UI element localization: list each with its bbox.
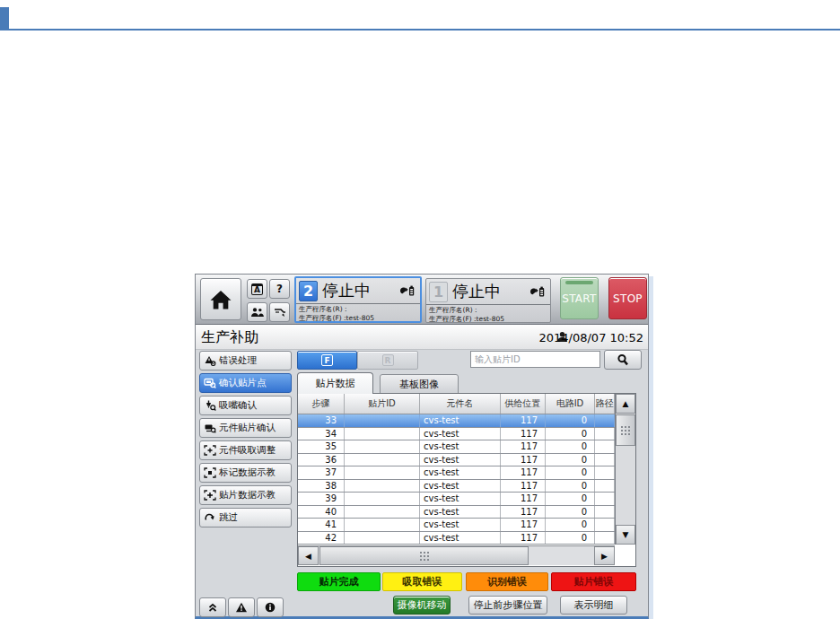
language-button[interactable]: A bbox=[247, 279, 267, 299]
legend-placement-error[interactable]: 贴片错误 bbox=[551, 572, 636, 591]
table-row[interactable]: 34cvs-test1170 bbox=[298, 428, 615, 441]
sidebar-item-component-placement-confirm[interactable]: 元件贴片确认 bbox=[199, 418, 292, 438]
table-row[interactable]: 40cvs-test1170 bbox=[298, 506, 615, 519]
slide-divider-line bbox=[0, 29, 840, 31]
help-icon: ? bbox=[276, 283, 283, 295]
start-button[interactable]: START bbox=[560, 277, 599, 319]
column-header[interactable]: 元件名 bbox=[420, 394, 501, 414]
sidebar-item-component-pickup-adjust[interactable]: 元件吸取调整 bbox=[199, 440, 292, 460]
program-name-f: 生产程序名(F) :test-805 bbox=[429, 315, 547, 323]
legend-recognition-error[interactable]: 识别错误 bbox=[466, 572, 548, 591]
feeder-setup-button[interactable] bbox=[269, 302, 290, 322]
table-cell: cvs-test bbox=[420, 519, 501, 531]
sidebar-item-nozzle-confirm[interactable]: 吸嘴确认 bbox=[199, 396, 292, 415]
machine-number-badge: 1 bbox=[429, 282, 448, 302]
tab-rear[interactable]: R bbox=[357, 351, 418, 370]
table-cell bbox=[595, 532, 615, 545]
operators-button[interactable] bbox=[247, 302, 267, 322]
table-cell: 117 bbox=[501, 493, 546, 505]
table-cell: 117 bbox=[501, 506, 546, 519]
collapse-icon bbox=[207, 602, 218, 613]
vertical-scroll-thumb[interactable] bbox=[616, 414, 635, 446]
home-button[interactable] bbox=[200, 278, 241, 320]
table-cell bbox=[595, 414, 615, 427]
scroll-down-button[interactable]: ▼ bbox=[616, 525, 635, 545]
sidebar-item-skip[interactable]: 跳过 bbox=[199, 508, 292, 527]
tab-placement-data[interactable]: 贴片数据 bbox=[297, 372, 373, 394]
scroll-right-button[interactable]: ▶ bbox=[594, 546, 615, 565]
sidebar-item-label: 元件吸取调整 bbox=[219, 444, 276, 457]
mark-teach-icon bbox=[204, 467, 216, 478]
scroll-left-button[interactable]: ◀ bbox=[298, 546, 319, 565]
machine-ui-panel: A ? 2 停止中 生产程序名(R) : 生产程序 bbox=[195, 274, 649, 619]
table-cell bbox=[345, 414, 420, 427]
language-icon: A bbox=[251, 283, 263, 295]
rear-icon: R bbox=[382, 354, 394, 366]
table-row[interactable]: 42cvs-test1170 bbox=[298, 532, 615, 545]
placement-table-frame: 步骤贴片ID元件名供给位置电路ID路径 33cvs-test117034cvs-… bbox=[297, 393, 636, 567]
legend-pickup-error[interactable]: 吸取错误 bbox=[382, 572, 462, 591]
column-header[interactable]: 贴片ID bbox=[345, 394, 420, 414]
sidebar-item-label: 贴片数据示教 bbox=[219, 489, 276, 501]
table-cell bbox=[595, 454, 615, 466]
info-button[interactable] bbox=[257, 597, 284, 617]
legend-placement-complete[interactable]: 贴片完成 bbox=[297, 572, 381, 591]
table-row[interactable]: 37cvs-test1170 bbox=[298, 466, 615, 480]
horizontal-scrollbar[interactable]: ◀ ▶ bbox=[298, 545, 615, 565]
show-detail-button[interactable]: 表示明细 bbox=[560, 596, 627, 615]
table-row[interactable]: 35cvs-test1170 bbox=[298, 440, 615, 454]
sidebar-item-placement-data-teach[interactable]: 贴片数据示教 bbox=[199, 485, 292, 505]
scroll-up-button[interactable]: ▲ bbox=[616, 394, 635, 414]
column-header[interactable]: 步骤 bbox=[298, 394, 345, 414]
vertical-scrollbar[interactable]: ▲ ▼ bbox=[615, 394, 635, 545]
front-icon: F bbox=[321, 354, 333, 366]
page-title: 生产补助 bbox=[201, 328, 258, 347]
column-header[interactable]: 供给位置 bbox=[501, 394, 546, 414]
table-cell bbox=[345, 532, 420, 545]
collapse-button[interactable] bbox=[199, 597, 226, 617]
sidebar-item-confirm-placement-point[interactable]: 确认贴片点 bbox=[199, 373, 292, 393]
sidebar-item-label: 吸嘴确认 bbox=[219, 399, 257, 412]
search-button[interactable] bbox=[604, 350, 642, 370]
machine-program-info: 生产程序名(R) : 生产程序名(F) :test-805 bbox=[296, 304, 420, 323]
table-row[interactable]: 38cvs-test1170 bbox=[298, 480, 615, 493]
pre-stop-step-position-button[interactable]: 停止前步骤位置 bbox=[468, 596, 547, 615]
table-cell: cvs-test bbox=[420, 466, 501, 479]
table-cell: 0 bbox=[546, 532, 595, 545]
tab-board-image[interactable]: 基板图像 bbox=[380, 374, 459, 394]
arrow-down-icon: ▼ bbox=[623, 530, 629, 539]
help-button[interactable]: ? bbox=[269, 279, 290, 299]
arrow-left-icon: ◀ bbox=[305, 552, 311, 561]
table-header-row: 步骤贴片ID元件名供给位置电路ID路径 bbox=[298, 394, 615, 414]
warning-icon bbox=[235, 602, 248, 613]
table-cell: 42 bbox=[298, 532, 345, 545]
table-cell bbox=[595, 519, 615, 531]
column-header[interactable]: 电路ID bbox=[546, 394, 595, 414]
table-cell: 117 bbox=[501, 440, 546, 453]
table-row[interactable]: 33cvs-test1170 bbox=[298, 414, 615, 428]
table-cell: 35 bbox=[298, 440, 345, 453]
top-toolbar: A ? 2 停止中 生产程序名(R) : 生产程序 bbox=[196, 275, 648, 325]
camera-move-button[interactable]: 摄像机移动 bbox=[393, 596, 451, 615]
table-cell: 117 bbox=[501, 466, 546, 479]
horizontal-scroll-thumb[interactable] bbox=[319, 546, 529, 565]
table-cell: 0 bbox=[546, 493, 595, 505]
table-cell: 0 bbox=[546, 414, 595, 427]
table-row[interactable]: 36cvs-test1170 bbox=[298, 454, 615, 467]
machine-status-rear[interactable]: 1 停止中 生产程序名(R) : 生产程序名(F) :test-805 bbox=[425, 278, 551, 323]
column-header[interactable]: 路径 bbox=[595, 394, 615, 414]
table-row[interactable]: 41cvs-test1170 bbox=[298, 519, 615, 532]
machine-status-front[interactable]: 2 停止中 生产程序名(R) : 生产程序名(F) :test-805 bbox=[294, 276, 422, 323]
sidebar-item-mark-data-teach[interactable]: 标记数据示教 bbox=[199, 463, 292, 483]
sidebar-item-error-handling[interactable]: 错误处理 bbox=[199, 351, 292, 371]
placement-id-input[interactable] bbox=[470, 351, 600, 368]
stop-button[interactable]: STOP bbox=[608, 277, 647, 319]
machine-state-label: 停止中 bbox=[452, 281, 501, 302]
table-cell: 41 bbox=[298, 519, 345, 531]
component-placement-icon bbox=[204, 423, 216, 433]
table-row[interactable]: 39cvs-test1170 bbox=[298, 493, 615, 506]
datetime-label: 2014/08/07 10:52 bbox=[538, 331, 643, 344]
table-cell: 0 bbox=[546, 454, 595, 466]
tab-front[interactable]: F bbox=[297, 351, 357, 370]
alarm-button[interactable] bbox=[228, 597, 255, 617]
